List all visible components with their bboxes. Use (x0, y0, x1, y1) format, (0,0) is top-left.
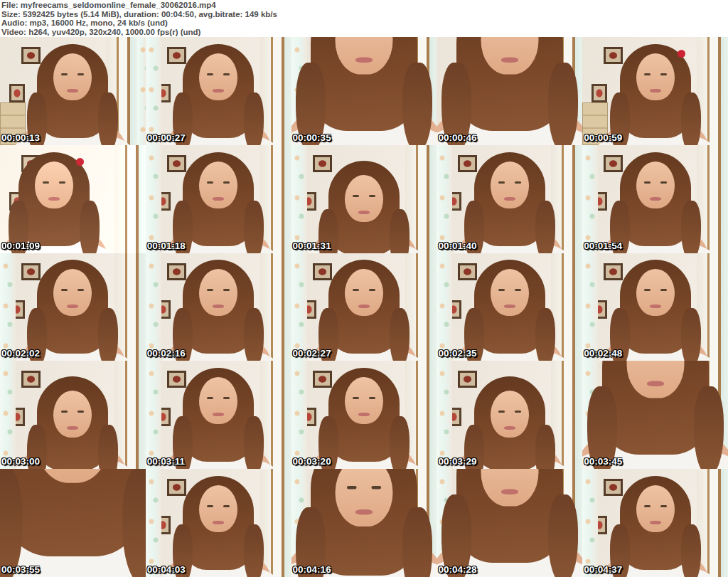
person-figure (449, 368, 570, 469)
person-head (620, 476, 691, 570)
media-info-header: File: myfreecams_seldomonline_female_300… (0, 0, 728, 37)
person-figure (304, 368, 424, 469)
person-figure (291, 37, 437, 145)
person-head (311, 37, 417, 131)
video-thumbnail: 00:01:09 (0, 145, 146, 253)
timestamp-label: 00:02:02 (1, 348, 40, 359)
timestamp-label: 00:03:29 (438, 456, 476, 467)
person-face (491, 269, 529, 316)
person-head (18, 152, 90, 246)
person-head (183, 260, 254, 354)
timestamp-label: 00:00:46 (438, 132, 476, 143)
thumbnail-grid: 00:00:13 00:00:27 00:00: (0, 37, 728, 577)
person-face (335, 469, 392, 526)
person-figure (158, 368, 279, 469)
timestamp-label: 00:02:35 (438, 348, 476, 359)
timestamp-label: 00:01:54 (584, 240, 622, 251)
video-thumbnail: 00:03:29 (437, 361, 582, 469)
timestamp-label: 00:04:37 (584, 564, 622, 575)
video-thumbnail: 00:02:48 (582, 253, 728, 361)
person-face (199, 377, 237, 424)
person-figure (582, 361, 728, 469)
video-thumbnail: 00:03:00 (0, 361, 146, 469)
media-info-file-line: File: myfreecams_seldomonline_female_300… (1, 1, 728, 10)
timestamp-label: 00:00:35 (293, 132, 331, 143)
person-face (199, 162, 237, 208)
video-thumbnail: 00:04:37 (582, 469, 728, 577)
person-face (53, 53, 92, 100)
timestamp-label: 00:03:20 (293, 456, 331, 467)
person-head (620, 152, 691, 246)
timestamp-label: 00:02:27 (293, 348, 331, 359)
person-head (474, 152, 545, 246)
person-head (183, 152, 254, 246)
person-face (53, 269, 92, 316)
timestamp-label: 00:02:16 (147, 348, 186, 359)
timestamp-label: 00:04:03 (147, 564, 186, 575)
person-figure (304, 152, 424, 253)
person-figure (0, 469, 146, 577)
timestamp-label: 00:03:11 (147, 456, 185, 467)
person-face (345, 377, 383, 424)
timestamp-label: 00:00:13 (1, 132, 40, 143)
person-face (53, 391, 92, 438)
person-head (328, 161, 400, 253)
video-thumbnail: 00:04:28 (437, 469, 582, 577)
video-thumbnail: 00:01:31 (291, 145, 437, 253)
video-thumbnail: 00:03:55 (0, 469, 146, 577)
video-thumbnail: 00:00:35 (291, 37, 437, 145)
curtain (137, 37, 146, 145)
video-thumbnail: 00:02:35 (437, 253, 582, 361)
person-face (636, 162, 675, 208)
person-head (602, 361, 709, 455)
person-head (37, 376, 108, 469)
person-head (183, 368, 254, 462)
person-face (199, 269, 237, 316)
person-figure (0, 152, 114, 253)
timestamp-label: 00:03:55 (1, 564, 40, 575)
person-figure (158, 44, 279, 145)
person-figure (595, 260, 716, 361)
person-figure (12, 260, 133, 361)
person-face (345, 269, 383, 316)
person-figure (304, 260, 424, 361)
person-figure (595, 152, 716, 253)
window-frame (114, 145, 146, 253)
video-thumbnail: 00:00:46 (437, 37, 582, 145)
person-head (474, 376, 545, 469)
timestamp-label: 00:01:09 (1, 240, 40, 251)
person-figure (437, 469, 582, 577)
person-figure (291, 469, 437, 577)
person-face (491, 162, 529, 208)
video-thumbnail: 00:02:16 (146, 253, 291, 361)
video-thumbnail: 00:02:27 (291, 253, 437, 361)
person-face (636, 269, 675, 316)
person-head (328, 260, 400, 354)
person-figure (158, 260, 279, 361)
person-face (199, 485, 237, 532)
video-thumbnail: 00:01:18 (146, 145, 291, 253)
person-figure (12, 44, 133, 145)
timestamp-label: 00:04:28 (438, 564, 476, 575)
person-figure (595, 476, 716, 577)
media-info-audio-line: Audio: mp3, 16000 Hz, mono, 24 kb/s (und… (1, 18, 728, 28)
person-face (35, 162, 73, 208)
person-head (456, 37, 563, 131)
timestamp-label: 00:00:59 (584, 132, 622, 143)
person-head (328, 368, 400, 462)
video-thumbnail: 00:03:20 (291, 361, 437, 469)
video-thumbnail: 00:00:13 (0, 37, 146, 145)
timestamp-label: 00:01:40 (438, 240, 476, 251)
person-head (311, 469, 417, 576)
person-head (4, 469, 142, 556)
video-thumbnail: 00:04:16 (291, 469, 437, 577)
person-face (636, 53, 675, 100)
timestamp-label: 00:01:18 (147, 240, 186, 251)
timestamp-label: 00:02:48 (584, 348, 622, 359)
person-face (636, 485, 675, 532)
video-thumbnail: 00:03:45 (582, 361, 728, 469)
video-thumbnail: 00:00:59 (582, 37, 728, 145)
person-head (37, 260, 108, 354)
person-head (183, 44, 254, 138)
person-figure (437, 37, 582, 145)
